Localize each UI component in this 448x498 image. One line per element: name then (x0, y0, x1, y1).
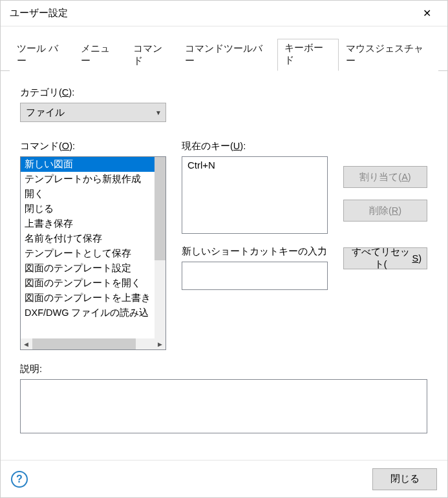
close-button[interactable]: 閉じる (372, 468, 437, 490)
new-shortcut-input[interactable] (182, 262, 328, 290)
tab-keyboard[interactable]: キーボード (277, 39, 339, 71)
scroll-left-icon[interactable]: ◀ (21, 338, 32, 349)
list-item[interactable]: 閉じる (21, 202, 165, 216)
list-item[interactable]: 新しい図面 (21, 157, 165, 172)
category-label: カテゴリ(C): (20, 87, 428, 99)
current-key-value[interactable]: Ctrl+N (187, 160, 322, 171)
category-value: ファイル (26, 107, 65, 119)
window-title: ユーザー設定 (10, 7, 68, 19)
description-box (20, 379, 427, 433)
scrollbar-horizontal[interactable]: ◀ ▶ (21, 338, 165, 349)
list-item[interactable]: テンプレートとして保存 (21, 246, 165, 261)
tab-toolbars[interactable]: ツール バー (10, 39, 74, 71)
list-item[interactable]: 図面のテンプレート設定 (21, 261, 165, 276)
scroll-thumb[interactable] (155, 157, 165, 260)
reset-all-button[interactable]: すべてリセット(S) (343, 247, 427, 269)
tab-command-toolbars[interactable]: コマンドツールバー (178, 39, 277, 71)
tab-menus[interactable]: メニュー (74, 39, 126, 71)
scroll-right-icon[interactable]: ▶ (155, 338, 165, 349)
chevron-down-icon: ▼ (155, 109, 162, 116)
tab-mouse-gestures[interactable]: マウスジェスチャー (339, 39, 438, 71)
current-key-list[interactable]: Ctrl+N (182, 156, 328, 234)
list-item[interactable]: 開く (21, 187, 165, 202)
list-item[interactable]: 図面のテンプレートを上書き (21, 291, 165, 306)
tab-commands[interactable]: コマンド (126, 39, 178, 71)
list-item[interactable]: 図面のテンプレートを開く (21, 276, 165, 291)
list-item[interactable]: テンプレートから新規作成 (21, 172, 165, 187)
current-key-label: 現在のキー(U): (182, 140, 328, 152)
scrollbar-vertical[interactable] (155, 157, 165, 338)
close-icon[interactable]: ✕ (414, 1, 440, 26)
remove-button[interactable]: 削除(R) (343, 200, 427, 222)
category-combo[interactable]: ファイル ▼ (20, 103, 166, 122)
description-label: 説明: (20, 363, 428, 375)
help-icon[interactable]: ? (11, 471, 28, 488)
list-item[interactable]: 名前を付けて保存 (21, 231, 165, 246)
commands-label: コマンド(O): (20, 140, 166, 152)
list-item[interactable]: DXF/DWG ファイルの読み込 (21, 306, 165, 320)
tab-strip: ツール バー メニュー コマンド コマンドツールバー キーボード マウスジェスチ… (1, 26, 447, 71)
assign-button[interactable]: 割り当て(A) (343, 166, 427, 188)
new-shortcut-label: 新しいショートカットキーの入力 (182, 245, 328, 258)
list-item[interactable]: 上書き保存 (21, 216, 165, 231)
scroll-thumb[interactable] (32, 338, 136, 349)
commands-listbox[interactable]: 新しい図面テンプレートから新規作成開く閉じる上書き保存名前を付けて保存テンプレー… (20, 156, 166, 350)
